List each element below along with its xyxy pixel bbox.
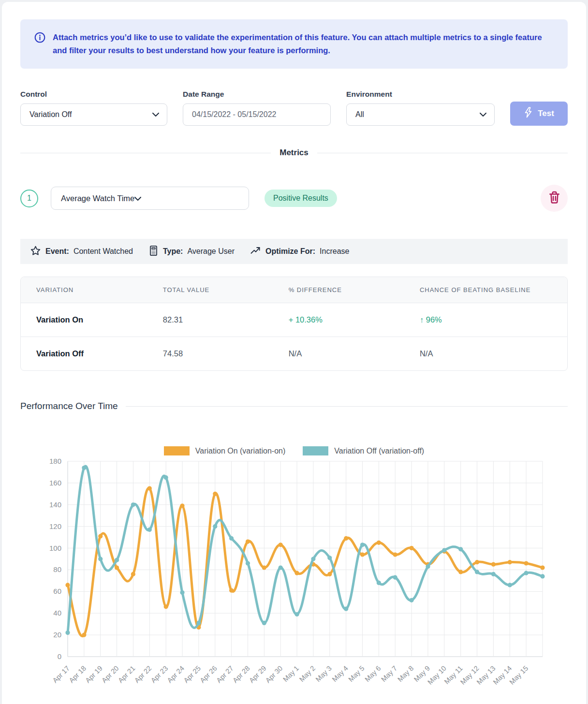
- type-value: Average User: [187, 247, 235, 256]
- svg-text:May 10: May 10: [426, 664, 448, 686]
- divider-line: [126, 406, 568, 407]
- date-range-label: Date Range: [183, 90, 331, 99]
- performance-title: Performance Over Time: [20, 401, 118, 411]
- row-chance: ↑ 96%: [420, 303, 567, 337]
- svg-text:May 6: May 6: [363, 664, 382, 683]
- test-button[interactable]: Test: [510, 102, 568, 126]
- environment-label: Environment: [346, 90, 495, 99]
- divider-line: [20, 153, 271, 153]
- col-difference: % DIFFERENCE: [289, 277, 420, 303]
- info-banner-text: Attach metrics you’d like to use to vali…: [53, 31, 546, 57]
- svg-text:140: 140: [49, 500, 61, 509]
- col-total-value: TOTAL VALUE: [163, 277, 289, 303]
- svg-text:Apr 29: Apr 29: [248, 664, 268, 685]
- control-label: Control: [20, 90, 167, 99]
- svg-text:May 15: May 15: [508, 664, 529, 686]
- legend-item-variation-on[interactable]: Variation On (variation-on): [164, 446, 285, 455]
- lightning-icon: [524, 107, 533, 120]
- svg-text:100: 100: [49, 544, 61, 552]
- svg-text:160: 160: [49, 479, 61, 487]
- metrics-divider: Metrics: [20, 148, 568, 158]
- svg-text:60: 60: [53, 587, 61, 595]
- delete-metric-button[interactable]: [541, 185, 568, 212]
- control-select[interactable]: Variation Off: [20, 103, 167, 126]
- optimize-group: Optimize For: Increase: [250, 246, 349, 257]
- svg-text:Apr 26: Apr 26: [198, 664, 219, 685]
- svg-text:Apr 23: Apr 23: [149, 664, 170, 685]
- chevron-down-icon: [134, 194, 141, 203]
- svg-text:May 8: May 8: [396, 664, 415, 683]
- chart-legend: Variation On (variation-on) Variation Of…: [20, 446, 568, 455]
- legend-swatch-teal: [303, 446, 328, 455]
- metric-index-badge: 1: [20, 190, 38, 207]
- svg-text:May 2: May 2: [298, 664, 317, 683]
- environment-select[interactable]: All: [346, 103, 495, 126]
- environment-field: Environment All: [346, 90, 495, 126]
- trash-icon: [548, 191, 560, 206]
- svg-text:May 1: May 1: [281, 664, 300, 683]
- environment-select-value: All: [355, 110, 364, 119]
- svg-text:May 5: May 5: [347, 664, 366, 683]
- legend-label: Variation Off (variation-off): [334, 447, 424, 455]
- svg-text:120: 120: [49, 522, 61, 530]
- col-chance: CHANCE OF BEATING BASELINE: [420, 277, 567, 303]
- svg-text:Apr 25: Apr 25: [182, 664, 202, 685]
- date-range-field: Date Range 04/15/2022 - 05/15/2022: [183, 90, 331, 126]
- svg-text:Apr 22: Apr 22: [133, 664, 153, 685]
- svg-text:Apr 21: Apr 21: [117, 664, 137, 685]
- metric-row: 1 Average Watch Time Positive Results: [20, 185, 568, 212]
- control-select-value: Variation Off: [29, 110, 72, 119]
- date-range-value: 04/15/2022 - 05/15/2022: [192, 110, 276, 119]
- legend-item-variation-off[interactable]: Variation Off (variation-off): [303, 446, 424, 455]
- info-icon: [34, 31, 46, 45]
- row-total-value: 74.58: [163, 337, 289, 371]
- table-header-row: VARIATION TOTAL VALUE % DIFFERENCE CHANC…: [21, 277, 567, 303]
- type-group: Type: Average User: [148, 245, 235, 258]
- metric-select-value: Average Watch Time: [61, 194, 134, 203]
- event-value: Content Watched: [74, 247, 133, 256]
- table-row: Variation On 82.31 + 10.36% ↑ 96%: [21, 303, 567, 337]
- type-label: Type:: [163, 247, 183, 256]
- svg-text:Apr 20: Apr 20: [100, 664, 120, 685]
- optimize-value: Increase: [320, 247, 349, 256]
- row-variation-name: Variation On: [21, 303, 163, 337]
- svg-text:80: 80: [53, 565, 61, 573]
- row-difference: N/A: [289, 337, 420, 371]
- svg-text:Apr 18: Apr 18: [67, 664, 88, 685]
- date-range-input[interactable]: 04/15/2022 - 05/15/2022: [183, 103, 331, 126]
- svg-text:20: 20: [53, 631, 61, 639]
- control-field: Control Variation Off: [20, 90, 167, 126]
- row-chance: N/A: [420, 337, 567, 371]
- event-group: Event: Content Watched: [30, 245, 133, 258]
- divider-line: [317, 153, 568, 153]
- status-badge: Positive Results: [265, 190, 337, 207]
- performance-section-header: Performance Over Time: [20, 401, 568, 411]
- results-table: VARIATION TOTAL VALUE % DIFFERENCE CHANC…: [20, 277, 568, 371]
- legend-swatch-orange: [164, 446, 190, 455]
- svg-text:Apr 27: Apr 27: [215, 664, 235, 685]
- svg-text:Apr 19: Apr 19: [84, 664, 104, 685]
- filter-row: Control Variation Off Date Range 04/15/2…: [20, 90, 568, 126]
- row-total-value: 82.31: [163, 303, 289, 337]
- col-variation: VARIATION: [21, 277, 163, 303]
- performance-chart-svg: 020406080100120140160180Apr 17Apr 18Apr …: [20, 457, 572, 703]
- star-icon: [30, 245, 41, 258]
- svg-text:Apr 28: Apr 28: [231, 664, 251, 685]
- trending-up-icon: [250, 246, 261, 257]
- performance-chart: 020406080100120140160180Apr 17Apr 18Apr …: [20, 457, 568, 704]
- svg-text:Apr 24: Apr 24: [166, 664, 186, 685]
- metric-summary-bar: Event: Content Watched Type: Average Use…: [20, 239, 568, 264]
- event-label: Event:: [45, 247, 69, 256]
- metric-select[interactable]: Average Watch Time: [51, 187, 249, 210]
- row-variation-name: Variation Off: [21, 337, 163, 371]
- info-banner: Attach metrics you’d like to use to vali…: [20, 19, 568, 69]
- svg-text:40: 40: [53, 609, 61, 617]
- table-row: Variation Off 74.58 N/A N/A: [21, 337, 567, 371]
- legend-label: Variation On (variation-on): [195, 447, 285, 455]
- svg-text:May 3: May 3: [314, 664, 333, 683]
- metrics-section-title: Metrics: [279, 148, 309, 158]
- calculator-icon: [148, 245, 159, 258]
- svg-text:Apr 17: Apr 17: [51, 664, 72, 685]
- svg-text:May 7: May 7: [380, 664, 398, 683]
- svg-text:Apr 30: Apr 30: [264, 664, 284, 685]
